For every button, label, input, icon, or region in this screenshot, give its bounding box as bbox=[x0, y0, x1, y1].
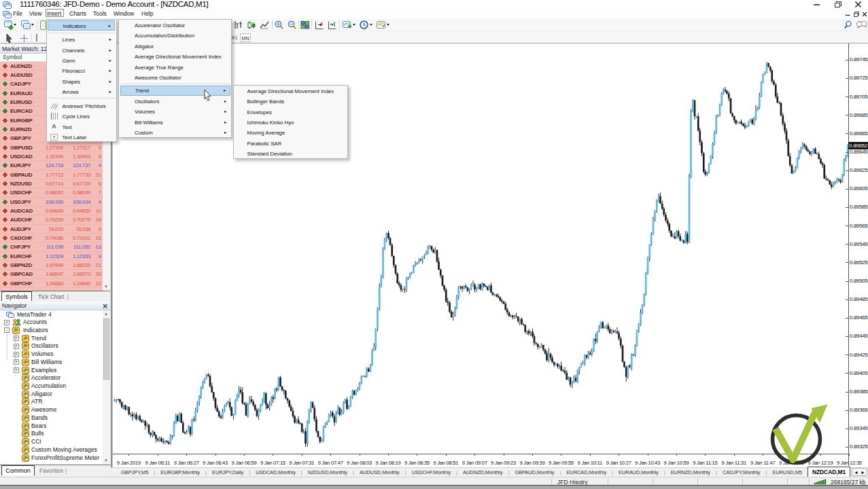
svg-text:T: T bbox=[52, 134, 56, 141]
